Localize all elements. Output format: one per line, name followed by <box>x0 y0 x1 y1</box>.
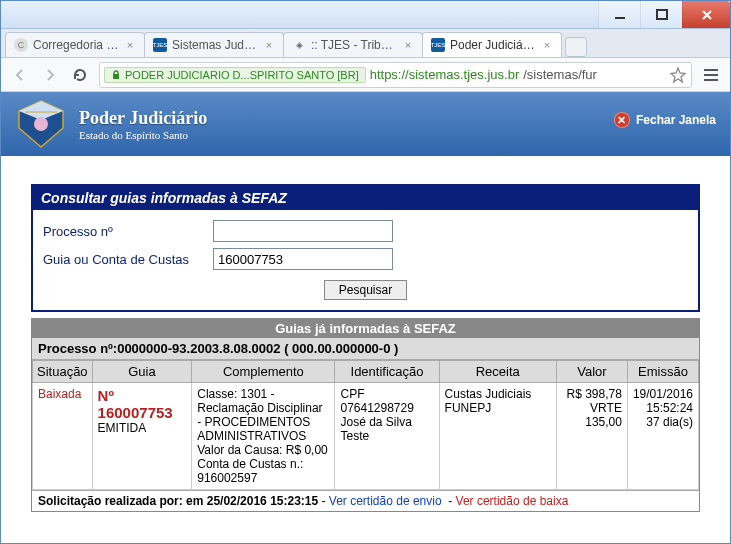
cell-identificacao: CPF 07641298729 José da Silva Teste <box>335 383 439 490</box>
forward-button[interactable] <box>39 64 61 86</box>
guia-number: Nº 160007753 <box>98 387 187 421</box>
favicon-icon: C <box>14 38 28 52</box>
browser-window: C Corregedoria Ge × TJES Sistemas Judici… <box>0 0 731 544</box>
reload-button[interactable] <box>69 64 91 86</box>
browser-toolbar: PODER JUDICIARIO D...SPIRITO SANTO [BR] … <box>1 58 730 92</box>
footer-sep: - <box>318 494 329 508</box>
bookmark-star-icon[interactable] <box>669 66 687 84</box>
panel-title: Consultar guias informadas à SEFAZ <box>33 186 698 210</box>
cell-situacao: Baixada <box>33 383 93 490</box>
window-maximize-button[interactable] <box>640 1 682 28</box>
svg-rect-1 <box>113 74 119 79</box>
close-icon[interactable]: × <box>541 39 553 51</box>
close-window-label: Fechar Janela <box>636 113 716 127</box>
guia-input[interactable] <box>213 248 393 270</box>
favicon-icon: ◈ <box>292 38 306 52</box>
process-line: Processo nº:0000000-93.2003.8.08.0002 ( … <box>32 338 699 360</box>
url-host: https://sistemas.tjes.jus.br <box>370 67 520 82</box>
back-button[interactable] <box>9 64 31 86</box>
results-footer: Solicitação realizada por: em 25/02/2016… <box>32 490 699 511</box>
col-complemento: Complemento <box>192 361 335 383</box>
favicon-icon: TJES <box>153 38 167 52</box>
close-window-link[interactable]: ✕ Fechar Janela <box>614 112 716 128</box>
tab-label: Sistemas Judicia <box>172 38 258 52</box>
col-guia: Guia <box>92 361 192 383</box>
tab-1[interactable]: TJES Sistemas Judicia × <box>144 32 284 57</box>
ssl-chip: PODER JUDICIARIO D...SPIRITO SANTO [BR] <box>104 67 366 83</box>
tab-label: Corregedoria Ge <box>33 38 119 52</box>
col-emissao: Emissão <box>627 361 698 383</box>
cell-guia: Nº 160007753 EMITIDA <box>92 383 192 490</box>
url-path: /sistemas/fur <box>523 67 597 82</box>
address-bar[interactable]: PODER JUDICIARIO D...SPIRITO SANTO [BR] … <box>99 62 692 88</box>
footer-datetime: 25/02/2016 15:23:15 <box>207 494 318 508</box>
results-table: Situação Guia Complemento Identificação … <box>32 360 699 490</box>
crest-icon <box>13 98 69 150</box>
banner-title: Poder Judiciário <box>79 108 207 129</box>
close-icon[interactable]: × <box>402 39 414 51</box>
search-button[interactable]: Pesquisar <box>324 280 407 300</box>
new-tab-button[interactable] <box>565 37 587 57</box>
close-icon[interactable]: × <box>124 39 136 51</box>
tab-2[interactable]: ◈ :: TJES - Tribunal × <box>283 32 423 57</box>
link-certidao-envio[interactable]: Ver certidão de envio <box>329 494 442 508</box>
close-icon[interactable]: × <box>263 39 275 51</box>
search-panel: Consultar guias informadas à SEFAZ Proce… <box>31 184 700 312</box>
banner-text: Poder Judiciário Estado do Espírito Sant… <box>79 108 207 141</box>
favicon-icon: TJES <box>431 38 445 52</box>
svg-point-4 <box>34 117 48 131</box>
results-panel: Guias já informadas à SEFAZ Processo nº:… <box>31 318 700 512</box>
table-row: Baixada Nº 160007753 EMITIDA Classe: 130… <box>33 383 699 490</box>
col-valor: Valor <box>556 361 627 383</box>
lock-icon <box>111 70 121 80</box>
results-title: Guias já informadas à SEFAZ <box>32 319 699 338</box>
processo-input[interactable] <box>213 220 393 242</box>
page-body: Consultar guias informadas à SEFAZ Proce… <box>1 156 730 518</box>
link-certidao-baixa[interactable]: Ver certidão de baixa <box>456 494 569 508</box>
window-close-button[interactable] <box>682 1 730 28</box>
guia-status: EMITIDA <box>98 421 187 435</box>
cell-emissao: 19/01/2016 15:52:24 37 dia(s) <box>627 383 698 490</box>
table-header-row: Situação Guia Complemento Identificação … <box>33 361 699 383</box>
window-minimize-button[interactable] <box>598 1 640 28</box>
tab-strip: C Corregedoria Ge × TJES Sistemas Judici… <box>1 29 730 58</box>
guia-label: Guia ou Conta de Custas <box>43 252 213 267</box>
processo-label: Processo nº <box>43 224 213 239</box>
tab-0[interactable]: C Corregedoria Ge × <box>5 32 145 57</box>
cell-valor: R$ 398,78 VRTE 135,00 <box>556 383 627 490</box>
cell-complemento: Classe: 1301 - Reclamação Disciplinar - … <box>192 383 335 490</box>
close-icon: ✕ <box>614 112 630 128</box>
cell-receita: Custas Judiciais FUNEPJ <box>439 383 556 490</box>
window-titlebar <box>1 1 730 29</box>
footer-prefix: Solicitação realizada por: em <box>38 494 207 508</box>
tab-label: Poder Judiciário <box>450 38 536 52</box>
page-banner: Poder Judiciário Estado do Espírito Sant… <box>1 92 730 156</box>
tab-3[interactable]: TJES Poder Judiciário × <box>422 32 562 57</box>
col-identificacao: Identificação <box>335 361 439 383</box>
svg-rect-0 <box>657 10 667 19</box>
tab-label: :: TJES - Tribunal <box>311 38 397 52</box>
col-situacao: Situação <box>33 361 93 383</box>
col-receita: Receita <box>439 361 556 383</box>
browser-menu-button[interactable] <box>700 64 722 86</box>
ssl-org: PODER JUDICIARIO D...SPIRITO SANTO [BR] <box>125 69 359 81</box>
banner-subtitle: Estado do Espírito Santo <box>79 129 207 141</box>
